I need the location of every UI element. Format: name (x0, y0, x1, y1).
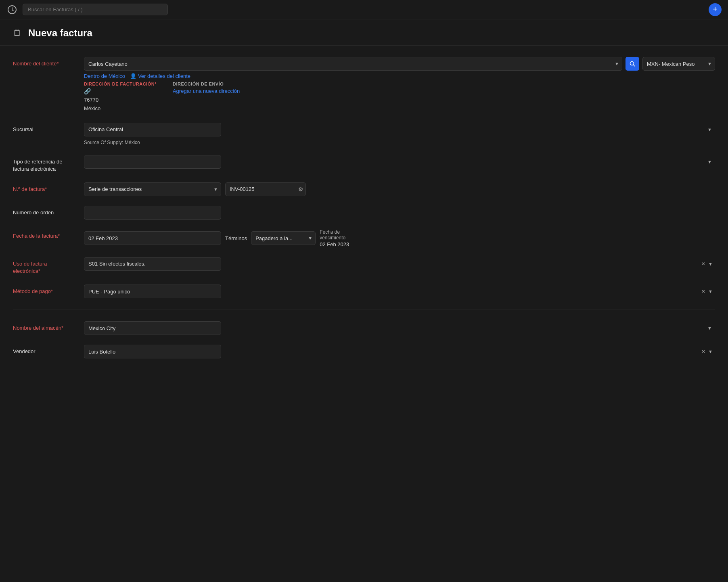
uso-factura-content: S01 Sin efectos fiscales. ✕ ▼ (84, 257, 715, 271)
uso-factura-select-wrap: S01 Sin efectos fiscales. ✕ ▼ (84, 257, 715, 271)
tipo-ref-select-wrapper: ▼ (84, 155, 715, 169)
search-icon (630, 61, 635, 67)
shipping-title: DIRECCIÓN DE ENVÍO (173, 82, 240, 86)
logo-icon (6, 4, 18, 15)
inv-num-input-wrap: ⚙ (225, 182, 306, 196)
customer-row: Nombre del cliente* Carlos Cayetano ▼ (13, 57, 715, 113)
vendedor-select-wrap: Luis Botello ✕ ▼ (84, 345, 715, 358)
customer-label: Nombre del cliente* (13, 57, 77, 67)
page-header: 🗒 Nueva factura (0, 19, 728, 46)
fecha-row: Fecha de la factura* Términos Pagadero a… (13, 229, 715, 247)
vendedor-clear-icon[interactable]: ✕ (701, 349, 705, 354)
metodo-pago-chevron-icon: ▼ (708, 289, 713, 294)
customer-select-wrap: Carlos Cayetano ▼ MXN- Mexican Peso ▼ (84, 57, 715, 71)
vencimiento-label: Fecha de vencimiento (320, 229, 349, 241)
vendedor-select[interactable]: Luis Botello (84, 345, 221, 358)
edit-billing-icon[interactable]: 🔗 (84, 88, 157, 94)
billing-title: DIRECCIÓN DE FACTURACIÓN* (84, 82, 157, 86)
search-input[interactable] (23, 4, 168, 15)
svg-line-2 (634, 65, 635, 67)
num-factura-row: N.º de factura* Serie de transacciones ▼… (13, 182, 715, 196)
invoice-icon: 🗒 (13, 28, 22, 38)
sucursal-label: Sucursal (13, 123, 77, 133)
ver-detalles-link[interactable]: 👤 Ver detalles del cliente (130, 73, 190, 79)
terminos-label: Términos (225, 235, 247, 241)
page-title: Nueva factura (28, 27, 92, 39)
top-bar: + (0, 0, 728, 19)
terminos-select-wrapper: Pagadero a la... ▼ (251, 231, 316, 245)
almacen-row: Nombre del almacén* Mexico City ▼ (13, 321, 715, 335)
terminos-select[interactable]: Pagadero a la... (251, 231, 316, 245)
num-orden-row: Número de orden (13, 206, 715, 220)
customer-search-button[interactable] (625, 57, 639, 71)
currency-select[interactable]: MXN- Mexican Peso (642, 57, 715, 71)
tipo-ref-select[interactable] (84, 155, 221, 169)
billing-address-text: 76770 México (84, 96, 157, 113)
vendedor-label: Vendedor (13, 345, 77, 355)
add-address-link[interactable]: Agregar una nueva dirección (173, 88, 240, 94)
customer-select[interactable]: Carlos Cayetano (84, 57, 622, 71)
sucursal-row: Sucursal Oficina Central ▼ Source Of Sup… (13, 123, 715, 145)
uso-factura-label: Uso de factura electrónica* (13, 257, 77, 275)
sucursal-select[interactable]: Oficina Central (84, 123, 221, 136)
almacen-chevron-icon: ▼ (707, 326, 712, 331)
section-divider (13, 310, 715, 310)
shipping-address-block: DIRECCIÓN DE ENVÍO Agregar una nueva dir… (173, 82, 240, 113)
source-supply-text: Source Of Supply: México (84, 140, 715, 145)
invoice-num-row: Serie de transacciones ▼ ⚙ (84, 182, 715, 196)
num-orden-content (84, 206, 715, 220)
uso-factura-clear-icon[interactable]: ✕ (701, 261, 705, 267)
gear-icon-button[interactable]: ⚙ (298, 186, 303, 193)
almacen-content: Mexico City ▼ (84, 321, 715, 335)
due-date-group: Fecha de vencimiento 02 Feb 2023 (320, 229, 349, 247)
serie-trans-select[interactable]: Serie de transacciones (84, 182, 221, 196)
currency-select-wrapper: MXN- Mexican Peso ▼ (642, 57, 715, 71)
metodo-pago-select-wrap: PUE - Pago único ✕ ▼ (84, 285, 715, 298)
metodo-pago-content: PUE - Pago único ✕ ▼ (84, 285, 715, 298)
tipo-ref-content: ▼ (84, 155, 715, 169)
vendedor-row: Vendedor Luis Botello ✕ ▼ (13, 345, 715, 358)
vendedor-chevron-icon: ▼ (708, 349, 713, 354)
customer-content: Carlos Cayetano ▼ MXN- Mexican Peso ▼ (84, 57, 715, 113)
almacen-select-wrapper: Mexico City ▼ (84, 321, 715, 335)
fecha-input[interactable] (84, 231, 221, 245)
customer-select-wrapper: Carlos Cayetano ▼ (84, 57, 622, 71)
metodo-pago-clear-icon[interactable]: ✕ (701, 289, 705, 294)
num-orden-input[interactable] (84, 206, 221, 220)
num-orden-label: Número de orden (13, 206, 77, 216)
sucursal-content: Oficina Central ▼ Source Of Supply: Méxi… (84, 123, 715, 145)
uso-factura-row: Uso de factura electrónica* S01 Sin efec… (13, 257, 715, 275)
uso-factura-chevron-icon: ▼ (708, 262, 713, 266)
metodo-pago-label: Método de pago* (13, 285, 77, 295)
almacen-label: Nombre del almacén* (13, 321, 77, 332)
form-area: Nombre del cliente* Carlos Cayetano ▼ (0, 46, 728, 370)
tipo-ref-chevron-icon: ▼ (707, 159, 712, 164)
sucursal-select-wrapper: Oficina Central ▼ (84, 123, 715, 136)
billing-address-block: DIRECCIÓN DE FACTURACIÓN* 🔗 76770 México (84, 82, 157, 113)
metodo-pago-select[interactable]: PUE - Pago único (84, 285, 221, 298)
num-factura-label: N.º de factura* (13, 182, 77, 193)
tipo-ref-label: Tipo de referencia de factura electrónic… (13, 155, 77, 173)
uso-factura-select[interactable]: S01 Sin efectos fiscales. (84, 257, 221, 271)
dentro-mexico-link[interactable]: Dentro de México (84, 73, 125, 79)
serie-trans-wrapper: Serie de transacciones ▼ (84, 182, 221, 196)
customer-links: Dentro de México 👤 Ver detalles del clie… (84, 73, 715, 79)
fecha-content: Términos Pagadero a la... ▼ Fecha de ven… (84, 229, 715, 247)
vencimiento-value: 02 Feb 2023 (320, 241, 349, 247)
num-factura-content: Serie de transacciones ▼ ⚙ (84, 182, 715, 196)
add-button[interactable]: + (709, 3, 722, 16)
address-section: DIRECCIÓN DE FACTURACIÓN* 🔗 76770 México… (84, 82, 715, 113)
fecha-label: Fecha de la factura* (13, 229, 77, 240)
sucursal-chevron-icon: ▼ (707, 127, 712, 132)
almacen-select[interactable]: Mexico City (84, 321, 221, 335)
metodo-pago-row: Método de pago* PUE - Pago único ✕ ▼ (13, 285, 715, 298)
tipo-ref-row: Tipo de referencia de factura electrónic… (13, 155, 715, 173)
invoice-number-input[interactable] (225, 182, 306, 196)
fecha-inline-row: Términos Pagadero a la... ▼ Fecha de ven… (84, 229, 715, 247)
vendedor-content: Luis Botello ✕ ▼ (84, 345, 715, 358)
user-details-icon: 👤 (130, 73, 136, 79)
